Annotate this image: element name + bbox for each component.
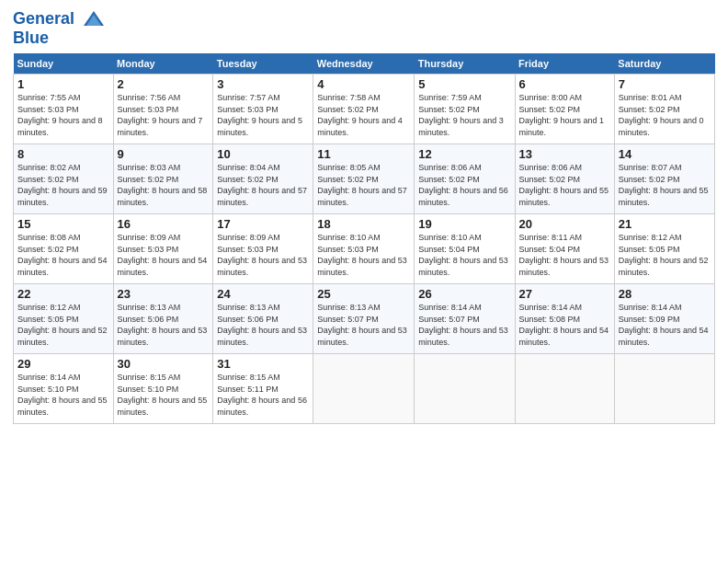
day-number: 7 bbox=[619, 77, 711, 91]
calendar-cell: 6 Sunrise: 8:00 AM Sunset: 5:02 PM Dayli… bbox=[515, 75, 614, 144]
col-header-saturday: Saturday bbox=[614, 53, 714, 75]
calendar-cell: 1 Sunrise: 7:55 AM Sunset: 5:03 PM Dayli… bbox=[14, 75, 114, 144]
day-info: Sunrise: 7:55 AM Sunset: 5:03 PM Dayligh… bbox=[17, 92, 109, 138]
calendar-cell: 12 Sunrise: 8:06 AM Sunset: 5:02 PM Dayl… bbox=[415, 144, 515, 214]
day-number: 23 bbox=[118, 287, 210, 301]
logo-blue: Blue bbox=[13, 29, 106, 46]
calendar-cell: 20 Sunrise: 8:11 AM Sunset: 5:04 PM Dayl… bbox=[515, 214, 614, 284]
week-row-5: 29 Sunrise: 8:14 AM Sunset: 5:10 PM Dayl… bbox=[14, 354, 715, 424]
day-number: 14 bbox=[619, 147, 711, 161]
day-number: 25 bbox=[317, 287, 410, 301]
calendar-cell: 4 Sunrise: 7:58 AM Sunset: 5:02 PM Dayli… bbox=[313, 75, 415, 144]
calendar-cell: 27 Sunrise: 8:14 AM Sunset: 5:08 PM Dayl… bbox=[515, 284, 614, 354]
day-info: Sunrise: 8:14 AM Sunset: 5:07 PM Dayligh… bbox=[418, 302, 510, 348]
day-info: Sunrise: 8:12 AM Sunset: 5:05 PM Dayligh… bbox=[619, 232, 711, 278]
day-info: Sunrise: 8:12 AM Sunset: 5:05 PM Dayligh… bbox=[17, 302, 109, 348]
calendar-cell: 9 Sunrise: 8:03 AM Sunset: 5:02 PM Dayli… bbox=[113, 144, 213, 214]
day-info: Sunrise: 8:02 AM Sunset: 5:02 PM Dayligh… bbox=[17, 162, 109, 208]
day-number: 15 bbox=[17, 217, 109, 231]
day-number: 1 bbox=[17, 77, 109, 91]
day-number: 19 bbox=[418, 217, 510, 231]
calendar-cell: 5 Sunrise: 7:59 AM Sunset: 5:02 PM Dayli… bbox=[415, 75, 515, 144]
calendar-cell: 25 Sunrise: 8:13 AM Sunset: 5:07 PM Dayl… bbox=[313, 284, 415, 354]
day-info: Sunrise: 8:09 AM Sunset: 5:03 PM Dayligh… bbox=[118, 232, 210, 278]
day-number: 26 bbox=[418, 287, 510, 301]
day-info: Sunrise: 8:13 AM Sunset: 5:06 PM Dayligh… bbox=[217, 302, 309, 348]
day-number: 28 bbox=[619, 287, 711, 301]
day-info: Sunrise: 8:05 AM Sunset: 5:02 PM Dayligh… bbox=[317, 162, 410, 208]
logo-general: General bbox=[13, 9, 74, 28]
calendar-cell: 21 Sunrise: 8:12 AM Sunset: 5:05 PM Dayl… bbox=[614, 214, 714, 284]
day-info: Sunrise: 7:57 AM Sunset: 5:03 PM Dayligh… bbox=[217, 92, 309, 138]
day-info: Sunrise: 8:06 AM Sunset: 5:02 PM Dayligh… bbox=[418, 162, 510, 208]
calendar-cell: 17 Sunrise: 8:09 AM Sunset: 5:03 PM Dayl… bbox=[213, 214, 313, 284]
day-number: 31 bbox=[217, 357, 309, 371]
day-info: Sunrise: 8:15 AM Sunset: 5:10 PM Dayligh… bbox=[118, 372, 210, 418]
day-number: 5 bbox=[418, 77, 510, 91]
calendar-cell: 16 Sunrise: 8:09 AM Sunset: 5:03 PM Dayl… bbox=[113, 214, 213, 284]
day-info: Sunrise: 8:06 AM Sunset: 5:02 PM Dayligh… bbox=[519, 162, 610, 208]
day-info: Sunrise: 7:56 AM Sunset: 5:03 PM Dayligh… bbox=[118, 92, 210, 138]
calendar-table: SundayMondayTuesdayWednesdayThursdayFrid… bbox=[13, 53, 715, 424]
calendar-cell bbox=[515, 354, 614, 424]
col-header-wednesday: Wednesday bbox=[313, 53, 415, 75]
day-info: Sunrise: 8:01 AM Sunset: 5:02 PM Dayligh… bbox=[619, 92, 711, 138]
calendar-cell bbox=[415, 354, 515, 424]
col-header-monday: Monday bbox=[113, 53, 213, 75]
day-info: Sunrise: 8:09 AM Sunset: 5:03 PM Dayligh… bbox=[217, 232, 309, 278]
calendar-cell: 24 Sunrise: 8:13 AM Sunset: 5:06 PM Dayl… bbox=[213, 284, 313, 354]
col-header-thursday: Thursday bbox=[415, 53, 515, 75]
day-info: Sunrise: 8:13 AM Sunset: 5:07 PM Dayligh… bbox=[317, 302, 410, 348]
logo-text: General bbox=[13, 9, 106, 29]
day-number: 21 bbox=[619, 217, 711, 231]
day-number: 16 bbox=[118, 217, 210, 231]
calendar-cell: 26 Sunrise: 8:14 AM Sunset: 5:07 PM Dayl… bbox=[415, 284, 515, 354]
logo-icon bbox=[82, 9, 106, 29]
day-info: Sunrise: 8:10 AM Sunset: 5:04 PM Dayligh… bbox=[418, 232, 510, 278]
day-info: Sunrise: 7:58 AM Sunset: 5:02 PM Dayligh… bbox=[317, 92, 410, 138]
day-number: 2 bbox=[118, 77, 210, 91]
day-info: Sunrise: 8:13 AM Sunset: 5:06 PM Dayligh… bbox=[118, 302, 210, 348]
calendar-cell: 2 Sunrise: 7:56 AM Sunset: 5:03 PM Dayli… bbox=[113, 75, 213, 144]
week-row-3: 15 Sunrise: 8:08 AM Sunset: 5:02 PM Dayl… bbox=[14, 214, 715, 284]
calendar-cell: 3 Sunrise: 7:57 AM Sunset: 5:03 PM Dayli… bbox=[213, 75, 313, 144]
day-number: 8 bbox=[17, 147, 109, 161]
calendar-cell: 28 Sunrise: 8:14 AM Sunset: 5:09 PM Dayl… bbox=[614, 284, 714, 354]
day-number: 11 bbox=[317, 147, 410, 161]
calendar-cell: 22 Sunrise: 8:12 AM Sunset: 5:05 PM Dayl… bbox=[14, 284, 114, 354]
col-header-tuesday: Tuesday bbox=[213, 53, 313, 75]
day-number: 10 bbox=[217, 147, 309, 161]
day-info: Sunrise: 8:14 AM Sunset: 5:08 PM Dayligh… bbox=[519, 302, 610, 348]
header-row: SundayMondayTuesdayWednesdayThursdayFrid… bbox=[14, 53, 715, 75]
week-row-2: 8 Sunrise: 8:02 AM Sunset: 5:02 PM Dayli… bbox=[14, 144, 715, 214]
logo: General Blue bbox=[13, 9, 106, 46]
calendar-cell: 31 Sunrise: 8:15 AM Sunset: 5:11 PM Dayl… bbox=[213, 354, 313, 424]
day-info: Sunrise: 7:59 AM Sunset: 5:02 PM Dayligh… bbox=[418, 92, 510, 138]
calendar-cell: 11 Sunrise: 8:05 AM Sunset: 5:02 PM Dayl… bbox=[313, 144, 415, 214]
calendar-cell: 7 Sunrise: 8:01 AM Sunset: 5:02 PM Dayli… bbox=[614, 75, 714, 144]
page-container: General Blue SundayMondayTuesdayWednesda… bbox=[0, 0, 728, 430]
day-info: Sunrise: 8:03 AM Sunset: 5:02 PM Dayligh… bbox=[118, 162, 210, 208]
week-row-4: 22 Sunrise: 8:12 AM Sunset: 5:05 PM Dayl… bbox=[14, 284, 715, 354]
day-info: Sunrise: 8:14 AM Sunset: 5:10 PM Dayligh… bbox=[17, 372, 109, 418]
day-number: 4 bbox=[317, 77, 410, 91]
day-number: 18 bbox=[317, 217, 410, 231]
day-number: 22 bbox=[17, 287, 109, 301]
day-info: Sunrise: 8:00 AM Sunset: 5:02 PM Dayligh… bbox=[519, 92, 610, 138]
day-number: 24 bbox=[217, 287, 309, 301]
col-header-friday: Friday bbox=[515, 53, 614, 75]
day-info: Sunrise: 8:10 AM Sunset: 5:03 PM Dayligh… bbox=[317, 232, 410, 278]
day-info: Sunrise: 8:04 AM Sunset: 5:02 PM Dayligh… bbox=[217, 162, 309, 208]
day-number: 6 bbox=[519, 77, 610, 91]
day-number: 13 bbox=[519, 147, 610, 161]
day-number: 20 bbox=[519, 217, 610, 231]
calendar-cell bbox=[313, 354, 415, 424]
day-info: Sunrise: 8:08 AM Sunset: 5:02 PM Dayligh… bbox=[17, 232, 109, 278]
calendar-cell: 29 Sunrise: 8:14 AM Sunset: 5:10 PM Dayl… bbox=[14, 354, 114, 424]
day-number: 3 bbox=[217, 77, 309, 91]
week-row-1: 1 Sunrise: 7:55 AM Sunset: 5:03 PM Dayli… bbox=[14, 75, 715, 144]
day-info: Sunrise: 8:07 AM Sunset: 5:02 PM Dayligh… bbox=[619, 162, 711, 208]
calendar-cell: 18 Sunrise: 8:10 AM Sunset: 5:03 PM Dayl… bbox=[313, 214, 415, 284]
calendar-cell: 23 Sunrise: 8:13 AM Sunset: 5:06 PM Dayl… bbox=[113, 284, 213, 354]
day-info: Sunrise: 8:14 AM Sunset: 5:09 PM Dayligh… bbox=[619, 302, 711, 348]
